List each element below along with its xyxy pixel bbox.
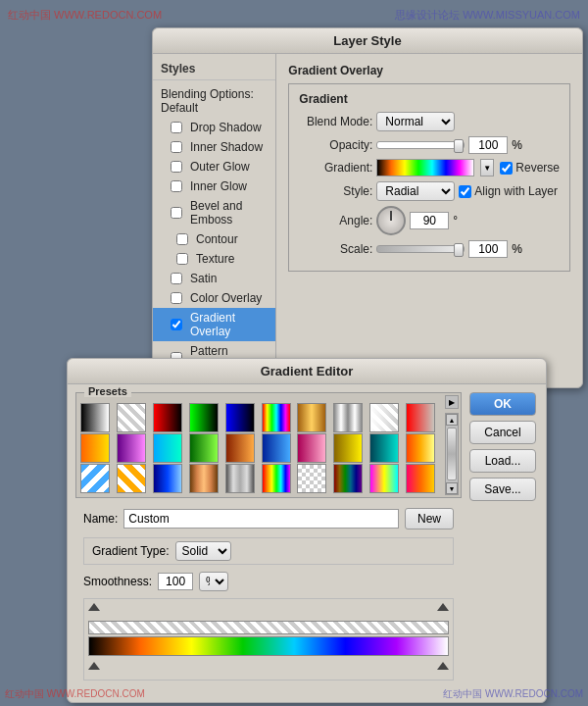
preset-swatch-12[interactable] <box>117 433 146 463</box>
preset-swatch-6[interactable] <box>262 403 291 432</box>
preset-swatch-21[interactable] <box>80 464 110 493</box>
preset-swatch-27[interactable] <box>297 464 326 493</box>
opacity-stop-left[interactable] <box>88 603 100 617</box>
preset-swatch-22[interactable] <box>117 464 146 493</box>
preset-swatch-5[interactable] <box>225 403 255 432</box>
layer-style-panel: Layer Style Styles Blending Options: Def… <box>152 27 583 388</box>
bevel-emboss-checkbox[interactable] <box>171 207 182 219</box>
preset-swatch-7[interactable] <box>297 403 326 432</box>
opacity-slider[interactable] <box>376 141 465 149</box>
gradient-preview-row: ▼ Reverse <box>376 159 560 176</box>
color-stop-left[interactable] <box>88 662 100 676</box>
watermark-bottom-right: 红动中国 WWW.REDOCN.COM <box>443 687 583 701</box>
gradient-bar[interactable] <box>88 636 449 656</box>
gradient-editor-body: Presets ▶ <box>68 384 546 692</box>
layer-style-title: Layer Style <box>153 28 582 54</box>
preset-swatch-3[interactable] <box>153 403 182 432</box>
layer-style-body: Styles Blending Options: Default Drop Sh… <box>153 54 582 387</box>
align-layer-checkbox[interactable] <box>459 185 471 198</box>
watermark-top-left: 红动中国 WWW.REDOCN.COM <box>8 8 162 23</box>
scroll-up-btn[interactable]: ▲ <box>446 414 458 426</box>
texture-item[interactable]: Texture <box>153 249 275 269</box>
name-input[interactable] <box>123 509 399 529</box>
preset-swatch-23[interactable] <box>153 464 182 493</box>
preset-swatch-17[interactable] <box>297 433 326 463</box>
opacity-row: Opacity: 100 % <box>299 136 560 154</box>
texture-checkbox[interactable] <box>176 253 188 265</box>
color-overlay-checkbox[interactable] <box>171 292 182 304</box>
presets-grid <box>80 403 441 493</box>
scale-input[interactable]: 100 <box>468 240 508 258</box>
opacity-stop-right[interactable] <box>437 603 449 617</box>
inner-glow-checkbox[interactable] <box>171 180 182 192</box>
preset-swatch-30[interactable] <box>406 464 435 493</box>
drop-shadow-checkbox[interactable] <box>171 122 182 133</box>
contour-item[interactable]: Contour <box>153 229 275 249</box>
gradient-overlay-checkbox[interactable] <box>171 319 182 330</box>
outer-glow-item[interactable]: Outer Glow <box>153 157 275 176</box>
preset-swatch-18[interactable] <box>333 433 363 463</box>
preset-swatch-29[interactable] <box>369 464 399 493</box>
preset-swatch-25[interactable] <box>225 464 255 493</box>
preset-swatch-1[interactable] <box>80 403 110 432</box>
ok-button[interactable]: OK <box>469 392 536 416</box>
scroll-down-btn[interactable]: ▼ <box>446 482 458 494</box>
blend-mode-label: Blend Mode: <box>299 115 372 128</box>
presets-expand-btn[interactable]: ▶ <box>445 395 459 409</box>
satin-item[interactable]: Satin <box>153 269 275 288</box>
contour-checkbox[interactable] <box>176 233 188 245</box>
angle-dial[interactable] <box>376 206 406 235</box>
color-overlay-item[interactable]: Color Overlay <box>153 288 275 308</box>
gradient-dropdown-arrow[interactable]: ▼ <box>480 159 494 176</box>
preset-swatch-4[interactable] <box>189 403 219 432</box>
style-select[interactable]: Radial <box>376 181 455 201</box>
preset-swatch-2[interactable] <box>117 403 146 432</box>
gradient-overlay-item[interactable]: Gradient Overlay <box>153 308 275 341</box>
angle-input[interactable]: 90 <box>410 212 449 229</box>
scale-row: Scale: 100 % <box>299 240 560 258</box>
cancel-button[interactable]: Cancel <box>469 421 536 444</box>
preset-swatch-19[interactable] <box>369 433 399 463</box>
preset-swatch-14[interactable] <box>189 433 219 463</box>
preset-swatch-15[interactable] <box>225 433 255 463</box>
outer-glow-checkbox[interactable] <box>171 161 182 173</box>
smoothness-input[interactable]: 100 <box>158 573 193 590</box>
blend-mode-select[interactable]: Normal <box>376 112 455 131</box>
blending-options-item[interactable]: Blending Options: Default <box>153 84 275 118</box>
new-button[interactable]: New <box>405 508 454 530</box>
opacity-thumb[interactable] <box>454 139 464 153</box>
gradient-preview-swatch[interactable] <box>376 159 474 176</box>
scale-thumb[interactable] <box>454 243 464 257</box>
gradient-editor-right: OK Cancel Load... Save... <box>469 392 538 684</box>
smoothness-row: Smoothness: 100 % <box>75 569 462 594</box>
scroll-thumb[interactable] <box>447 428 457 480</box>
preset-swatch-28[interactable] <box>333 464 363 493</box>
bevel-emboss-item[interactable]: Bevel and Emboss <box>153 196 275 229</box>
gradient-box: Gradient Blend Mode: Normal Opacity: 100… <box>288 83 570 272</box>
load-button[interactable]: Load... <box>469 449 536 473</box>
inner-shadow-checkbox[interactable] <box>171 141 182 153</box>
smoothness-unit-select[interactable]: % <box>199 572 228 591</box>
presets-section: Presets ▶ <box>75 392 462 498</box>
reverse-checkbox[interactable] <box>500 162 513 175</box>
preset-swatch-20[interactable] <box>406 433 435 463</box>
drop-shadow-item[interactable]: Drop Shadow <box>153 118 275 137</box>
preset-swatch-16[interactable] <box>262 433 291 463</box>
save-button[interactable]: Save... <box>469 478 536 501</box>
preset-swatch-11[interactable] <box>80 433 110 463</box>
inner-glow-item[interactable]: Inner Glow <box>153 176 275 196</box>
preset-swatch-13[interactable] <box>153 433 182 463</box>
preset-swatch-10[interactable] <box>406 403 435 432</box>
color-stop-right[interactable] <box>437 662 449 676</box>
gradient-type-select[interactable]: Solid Noise <box>175 541 231 561</box>
preset-swatch-24[interactable] <box>189 464 219 493</box>
presets-scrollbar[interactable]: ▲ ▼ <box>445 413 459 495</box>
satin-checkbox[interactable] <box>171 273 182 284</box>
preset-swatch-26[interactable] <box>262 464 291 493</box>
inner-shadow-item[interactable]: Inner Shadow <box>153 137 275 157</box>
preset-swatch-9[interactable] <box>369 403 399 432</box>
preset-swatch-8[interactable] <box>333 403 363 432</box>
scale-slider[interactable] <box>376 245 465 253</box>
opacity-input[interactable]: 100 <box>468 136 508 154</box>
color-stops-row <box>88 658 449 676</box>
